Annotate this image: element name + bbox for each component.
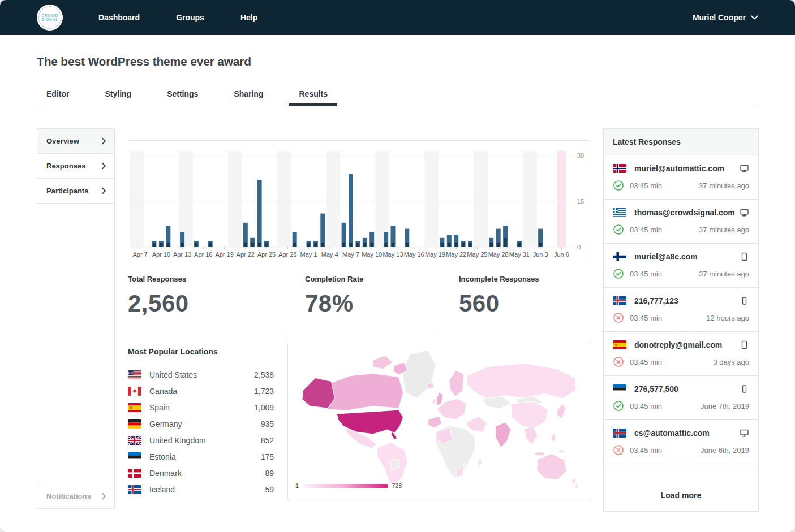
flag-gb-icon [128,436,141,445]
results-sidebar: Overview Responses Participants Notifica… [37,128,115,509]
tablet-icon [740,252,749,261]
most-popular-locations: Most Popular Locations United States 2,5… [128,343,274,499]
complete-check-icon [613,180,624,191]
svg-text:0: 0 [577,244,581,250]
svg-text:Apr 10: Apr 10 [152,251,170,258]
nav-groups[interactable]: Groups [176,13,204,22]
svg-text:15: 15 [577,198,584,205]
tab-results[interactable]: Results [289,85,337,105]
svg-text:May 13: May 13 [383,251,403,258]
location-row: Germany 935 [128,416,274,432]
flag-is-icon [613,429,626,438]
response-item[interactable]: muriel@a8c.com 03:45 min 37 minutes ago [604,244,758,288]
stat-incomplete-responses: Incomplete Responses 560 [436,271,590,331]
response-duration: 03:45 min [630,358,662,366]
response-timestamp: 3 days ago [713,358,749,366]
response-item[interactable]: donotreply@gmail.com 03:45 min 3 days ag… [604,332,758,376]
flag-ee-icon [613,384,626,393]
respondent-id: muriel@automattic.com [634,164,724,173]
svg-text:30: 30 [577,152,584,159]
incomplete-x-icon [613,444,624,456]
nav-help[interactable]: Help [240,13,257,22]
phone-icon [740,296,749,305]
location-row: Spain 1,009 [128,399,274,416]
location-row: United Kingdom 852 [128,432,274,448]
svg-text:Apr 13: Apr 13 [173,251,191,258]
summary-stats: Total Responses 2,560 Completion Rate 78… [128,271,590,331]
respondent-id: cs@automattic.com [634,429,710,438]
response-item[interactable]: 216,777,123 03:45 min 12 hours ago [604,288,758,332]
location-count: 59 [265,485,274,494]
svg-text:May 31: May 31 [509,251,530,258]
tablet-icon [740,340,749,349]
sidebar-item-overview[interactable]: Overview [37,129,114,154]
response-timestamp: 37 minutes ago [699,181,749,190]
svg-text:May 1: May 1 [300,251,317,258]
crowdsignal-logo-text: CROWD SIGNAL [38,6,61,29]
location-name: Spain [149,403,170,412]
sidebar-item-participants[interactable]: Participants [37,179,114,204]
sidebar-item-notifications[interactable]: Notifications [37,483,114,508]
response-duration: 03:45 min [630,402,662,410]
response-item[interactable]: cs@automattic.com 03:45 min June 6th, 20… [604,420,758,464]
world-map-card: 1 728 [287,343,590,499]
flag-es-icon [613,340,626,349]
svg-text:May 7: May 7 [342,251,359,258]
bar-chart: 01530Apr 7Apr 10Apr 13Apr 16Apr 19Apr 22… [128,141,590,263]
load-more-button[interactable]: Load more [604,479,758,511]
flag-is-icon [128,485,141,494]
tab-styling[interactable]: Styling [95,85,141,105]
latest-responses-panel: Latest Responses muriel@automattic.com 0… [603,128,759,512]
location-name: Germany [149,419,182,429]
respondent-id: muriel@a8c.com [634,252,698,261]
response-item[interactable]: 276,577,500 03:45 min June 7th, 2019 [604,376,758,420]
response-timestamp: 12 hours ago [706,314,749,322]
complete-check-icon [613,400,624,412]
latest-responses-title: Latest Responses [604,129,758,155]
locations-title: Most Popular Locations [128,347,274,356]
chevron-right-icon [101,137,106,145]
location-count: 175 [261,452,274,461]
flag-dk-icon [128,469,141,478]
response-duration: 03:45 min [630,446,662,455]
incomplete-x-icon [613,312,624,323]
user-menu[interactable]: Muriel Cooper [693,13,758,22]
response-item[interactable]: thomas@crowdsignal.com 03:45 min 37 minu… [604,200,758,244]
svg-text:Apr 7: Apr 7 [132,251,147,258]
svg-text:Apr 28: Apr 28 [278,251,296,258]
legend-max: 728 [392,482,402,489]
response-timestamp: 37 minutes ago [699,226,749,234]
flag-gr-icon [613,208,626,217]
tab-editor[interactable]: Editor [37,85,79,105]
overview-content: 01530Apr 7Apr 10Apr 13Apr 16Apr 19Apr 22… [128,128,590,499]
tab-sharing[interactable]: Sharing [224,85,273,105]
location-row: Estonia 175 [128,448,274,465]
location-name: United States [149,370,197,379]
sidebar-item-responses[interactable]: Responses [37,154,114,179]
tab-settings[interactable]: Settings [157,85,208,105]
flag-is-icon [613,296,626,305]
top-nav: CROWD SIGNAL Dashboard Groups Help Murie… [0,0,795,35]
chevron-right-icon [101,492,106,500]
complete-check-icon [613,268,624,279]
desktop-icon [740,208,749,217]
crowdsignal-logo[interactable]: CROWD SIGNAL [37,5,63,31]
response-item[interactable]: muriel@automattic.com 03:45 min 37 minut… [604,155,758,200]
nav-dashboard[interactable]: Dashboard [98,13,140,22]
svg-text:May 4: May 4 [321,251,338,258]
svg-text:May 10: May 10 [362,251,382,258]
flag-no-icon [613,164,626,173]
svg-text:May 16: May 16 [404,251,424,258]
svg-text:Apr 22: Apr 22 [237,251,255,258]
flag-us-icon [128,370,141,379]
location-row: Canada 1,723 [128,383,274,399]
location-row: United States 2,538 [128,366,274,383]
desktop-icon [740,429,749,438]
chevron-down-icon [751,15,758,20]
incomplete-x-icon [613,356,624,367]
location-row: Iceland 59 [128,481,274,498]
chevron-right-icon [101,187,106,194]
chevron-right-icon [101,162,106,170]
response-duration: 03:45 min [630,226,662,234]
complete-check-icon [613,224,624,235]
